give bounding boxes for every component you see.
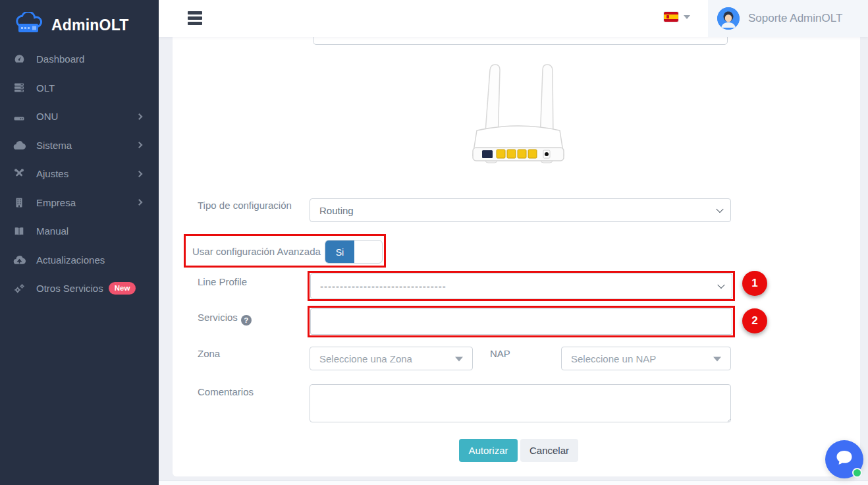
zona-label: Zona <box>198 348 220 359</box>
servicios-label: Servicios? <box>198 312 252 326</box>
annotation-box-line-profile: -------------------------------- <box>308 271 735 301</box>
user-name: Soporte AdminOLT <box>748 12 842 25</box>
onu-authorize-form-card: Tipo de configuración Routing Usar confi… <box>173 37 860 476</box>
advanced-toggle[interactable]: Si <box>325 240 383 264</box>
gears-icon <box>12 283 26 295</box>
sidebar-item-dashboard[interactable]: Dashboard <box>0 45 159 74</box>
app-window: AdminOLT Dashboard OLT ONU <box>0 0 868 485</box>
servicios-input[interactable] <box>310 308 732 335</box>
menu-toggle-button[interactable] <box>188 11 202 26</box>
annotation-badge-1: 1 <box>742 271 767 296</box>
autorizar-button[interactable]: Autorizar <box>459 439 518 462</box>
chevron-right-icon <box>136 171 143 177</box>
cloud-icon <box>12 139 26 151</box>
new-badge: New <box>109 282 136 295</box>
avatar <box>717 7 740 30</box>
tools-icon <box>12 168 26 180</box>
nap-label: NAP <box>490 348 510 359</box>
sidebar-item-sistema[interactable]: Sistema <box>0 131 159 160</box>
sidebar-item-otros-servicios[interactable]: Otros Servicios New <box>0 274 159 303</box>
tipo-configuracion-select[interactable]: Routing <box>310 198 731 222</box>
chevron-right-icon <box>136 113 143 120</box>
sidebar-item-label: Sistema <box>36 140 72 151</box>
advanced-toggle-label: Usar configuración Avanzada <box>192 246 321 257</box>
brand-name: AdminOLT <box>51 16 128 34</box>
sidebar-item-actualizaciones[interactable]: Actualizaciones <box>0 246 159 275</box>
sidebar-item-label: Empresa <box>36 197 76 208</box>
comentarios-textarea[interactable] <box>310 384 731 422</box>
cancelar-button[interactable]: Cancelar <box>520 439 578 462</box>
cloud-device-logo-icon <box>14 12 45 38</box>
chevron-right-icon <box>136 199 143 206</box>
help-icon[interactable]: ? <box>241 315 252 326</box>
annotation-box-servicios <box>308 306 735 337</box>
cloud-upload-icon <box>12 254 26 266</box>
topbar: Soporte AdminOLT <box>159 0 868 37</box>
sidebar-nav: Dashboard OLT ONU Sistema <box>0 45 159 303</box>
chat-icon <box>834 449 854 470</box>
annotation-badge-2: 2 <box>742 308 767 333</box>
online-status-dot <box>852 468 862 478</box>
annotation-box-advanced: Usar configuración Avanzada Si <box>184 234 386 268</box>
sidebar-item-manual[interactable]: Manual <box>0 217 159 246</box>
user-menu[interactable]: Soporte AdminOLT <box>708 0 868 37</box>
server-icon <box>12 82 26 94</box>
tipo-configuracion-value: Routing <box>319 205 354 216</box>
comentarios-label: Comentarios <box>198 386 254 397</box>
servicios-label-text: Servicios <box>198 312 238 323</box>
zona-select[interactable]: Seleccione una Zona <box>310 347 473 370</box>
sidebar-item-label: Otros Servicios <box>36 283 103 294</box>
gauge-icon <box>12 53 26 65</box>
sidebar-item-empresa[interactable]: Empresa <box>0 188 159 217</box>
sidebar-item-label: Actualizaciones <box>36 254 105 266</box>
footer-strip <box>159 480 868 485</box>
language-dropdown[interactable] <box>664 12 690 22</box>
sidebar: AdminOLT Dashboard OLT ONU <box>0 0 159 485</box>
sidebar-item-onu[interactable]: ONU <box>0 102 159 131</box>
building-icon <box>12 196 26 208</box>
nap-placeholder: Seleccione un NAP <box>571 353 656 364</box>
onu-router-image <box>456 57 581 169</box>
toggle-on-segment: Si <box>325 241 354 264</box>
spain-flag-icon <box>664 12 678 22</box>
line-profile-label: Line Profile <box>198 276 247 287</box>
zona-placeholder: Seleccione una Zona <box>319 353 412 364</box>
triangle-down-icon <box>713 357 721 362</box>
triangle-down-icon <box>455 357 463 362</box>
sidebar-item-olt[interactable]: OLT <box>0 74 159 103</box>
cut-off-field[interactable] <box>313 37 728 45</box>
onu-device-icon <box>12 111 26 123</box>
caret-down-icon <box>684 15 690 19</box>
sidebar-item-label: OLT <box>36 82 55 94</box>
sidebar-item-label: Ajustes <box>36 168 68 179</box>
line-profile-value: -------------------------------- <box>320 281 447 292</box>
chevron-right-icon <box>136 142 143 148</box>
nap-select[interactable]: Seleccione un NAP <box>561 347 731 370</box>
book-icon <box>12 225 26 237</box>
chevron-down-icon <box>717 281 724 289</box>
sidebar-item-label: ONU <box>36 111 58 122</box>
sidebar-item-ajustes[interactable]: Ajustes <box>0 159 159 188</box>
line-profile-select[interactable]: -------------------------------- <box>310 273 732 299</box>
tipo-configuracion-label: Tipo de configuración <box>198 200 292 211</box>
chevron-down-icon <box>716 206 723 213</box>
sidebar-item-label: Manual <box>36 225 68 237</box>
brand-logo[interactable]: AdminOLT <box>0 0 159 41</box>
sidebar-item-label: Dashboard <box>36 53 84 65</box>
